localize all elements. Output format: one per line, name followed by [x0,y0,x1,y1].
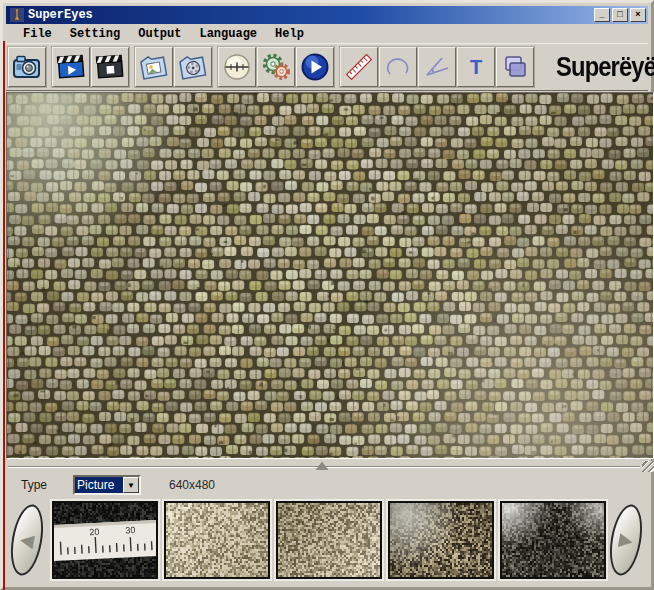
menu-help[interactable]: Help [266,26,313,42]
menubar: File Setting Output Language Help [6,25,648,42]
zoom-slider-thumb[interactable] [316,462,328,470]
titlebar[interactable]: SuperEyes _ □ × [6,6,648,24]
app-icon [10,8,24,22]
window-title: SuperEyes [28,8,594,22]
text-annotation-button[interactable]: T [457,47,495,87]
menu-file[interactable]: File [14,26,61,42]
thumbnail-fabric-4[interactable] [500,501,606,579]
maximize-button[interactable]: □ [612,8,628,22]
live-view-panel [6,92,654,459]
menu-output[interactable]: Output [129,26,190,42]
scroll-left-button[interactable]: ◀ [6,502,48,578]
app-window: SuperEyes _ □ × File Setting Output Lang… [0,0,654,590]
arrow-left-icon: ◀ [18,528,35,552]
type-select[interactable]: Picture ▼ [73,475,141,495]
live-view-image [7,93,653,458]
close-button[interactable]: × [630,8,646,22]
stop-video-button[interactable] [91,47,129,87]
svg-text:T: T [470,56,482,78]
thumbnail-fabric-2[interactable] [276,501,382,579]
settings-button[interactable] [257,47,295,87]
menu-setting[interactable]: Setting [61,26,129,42]
supereyes-logo: Superëyës [556,51,654,84]
resolution-label: 640x480 [169,478,215,492]
angle-measure-icon [421,51,453,83]
photo-folder-icon [138,51,170,83]
video-folder-icon [177,51,209,83]
angle-measure-button[interactable] [418,47,456,87]
compare-layers-button[interactable] [496,47,534,87]
start-video-button[interactable] [52,47,90,87]
zoom-slider-row [6,459,654,473]
ruler-icon [343,51,375,83]
settings-gears-icon [260,51,292,83]
desktop-background-sliver [3,41,5,590]
text-annotation-icon: T [460,51,492,83]
thumbnail-fabric-1[interactable] [164,501,270,579]
compare-layers-icon [499,51,531,83]
arrow-right-icon: ▶ [617,528,634,552]
capture-photo-button[interactable] [8,47,46,87]
open-photo-folder-button[interactable] [135,47,173,87]
scroll-right-button[interactable]: ▶ [605,502,647,578]
calibration-icon [221,51,253,83]
resize-grip-icon[interactable] [642,461,654,472]
open-video-folder-button[interactable] [174,47,212,87]
arc-measure-icon [382,51,414,83]
toolbar: T Superëyës [6,43,648,91]
menu-language[interactable]: Language [190,26,266,42]
video-stop-icon [94,51,126,83]
browse-controls: Type Picture ▼ 640x480 [6,473,648,497]
calibration-button[interactable] [218,47,256,87]
chevron-down-icon[interactable]: ▼ [123,477,139,493]
play-button[interactable] [296,47,334,87]
video-record-icon [55,51,87,83]
play-icon [299,51,331,83]
arc-measure-button[interactable] [379,47,417,87]
thumbnail-ruler[interactable] [52,501,158,579]
type-select-value: Picture [75,477,123,493]
thumbnail-fabric-3[interactable] [388,501,494,579]
minimize-button[interactable]: _ [594,8,610,22]
camera-icon [11,51,43,83]
type-label: Type [21,478,69,492]
ruler-measure-button[interactable] [340,47,378,87]
thumbnail-strip: ◀ ▶ [6,497,648,583]
